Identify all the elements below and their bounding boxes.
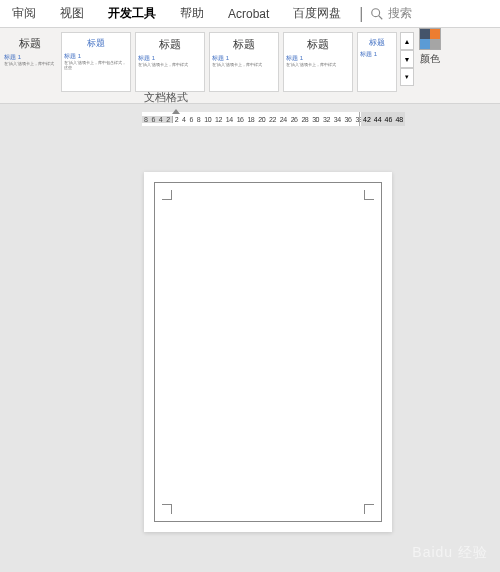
crop-mark-icon [162,190,172,200]
style-preview-2[interactable]: 标题 标题 1 在'插入'选项卡上，库中样式 [135,32,205,92]
crop-mark-icon [364,190,374,200]
style-body-text: 在'插入'选项卡上，库中样式 [138,63,202,68]
style-down-button[interactable]: ▼ [400,50,414,68]
style-preview-1[interactable]: 标题 标题 1 在'插入'选项卡上，库中包含样式，这些 [61,32,131,92]
menu-review[interactable]: 审阅 [0,1,48,26]
style-preview-5[interactable]: 标题 标题 1 [357,32,397,92]
search-icon[interactable] [370,7,384,21]
style-preview-3[interactable]: 标题 标题 1 在'插入'选项卡上，库中样式 [209,32,279,92]
ruler-positive: 2468101214161820222426283032343638 [173,116,365,123]
document-page[interactable] [144,172,392,532]
indent-marker-icon[interactable] [172,109,180,115]
page-border [154,182,382,522]
style-title: 标题 [4,36,55,51]
search-label[interactable]: 搜索 [388,5,412,22]
style-subtitle: 标题 1 [360,50,394,59]
ruler-separator [359,112,360,126]
style-preview-4[interactable]: 标题 标题 1 在'插入'选项卡上，库中样式 [283,32,353,92]
style-title: 标题 [360,37,394,48]
separator: | [359,5,363,23]
style-title: 标题 [286,37,350,52]
crop-mark-icon [162,504,172,514]
color-label: 颜色 [419,52,441,66]
menu-baidu[interactable]: 百度网盘 [281,1,353,26]
style-body-text: 在'插入'选项卡上，库中样式 [286,63,350,68]
menu-help[interactable]: 帮助 [168,1,216,26]
style-preview-0[interactable]: 标题 标题 1 在'插入'选项卡上，库中样式 [2,32,57,92]
menu-view[interactable]: 视图 [48,1,96,26]
color-swatch-icon[interactable] [419,28,441,50]
style-body-text: 在'插入'选项卡上，库中包含样式，这些 [64,61,128,71]
ribbon: 标题 标题 1 在'插入'选项卡上，库中样式 标题 标题 1 在'插入'选项卡上… [0,28,500,104]
style-body-text: 在'插入'选项卡上，库中样式 [212,63,276,68]
style-title: 标题 [138,37,202,52]
ruler-right-margin: 42444648 [361,112,405,126]
style-expand-button[interactable]: ▾ [400,68,414,86]
style-title: 标题 [212,37,276,52]
horizontal-ruler[interactable]: 8642 2468101214161820222426283032343638 [142,112,364,126]
style-title: 标题 [64,37,128,50]
svg-point-0 [371,8,379,16]
svg-line-1 [378,15,382,19]
watermark: Baidu 经验 [412,544,488,562]
style-up-button[interactable]: ▲ [400,32,414,50]
color-group: 颜色 [419,28,441,103]
ruler-negative: 8642 [142,116,173,123]
ribbon-group-label: 文档格式 [144,90,188,105]
menu-acrobat[interactable]: Acrobat [216,3,281,25]
style-body-text: 在'插入'选项卡上，库中样式 [4,62,55,67]
menu-bar: 审阅 视图 开发工具 帮助 Acrobat 百度网盘 | 搜索 [0,0,500,28]
menu-developer[interactable]: 开发工具 [96,1,168,26]
crop-mark-icon [364,504,374,514]
style-spinner: ▲ ▼ ▾ [400,32,414,99]
